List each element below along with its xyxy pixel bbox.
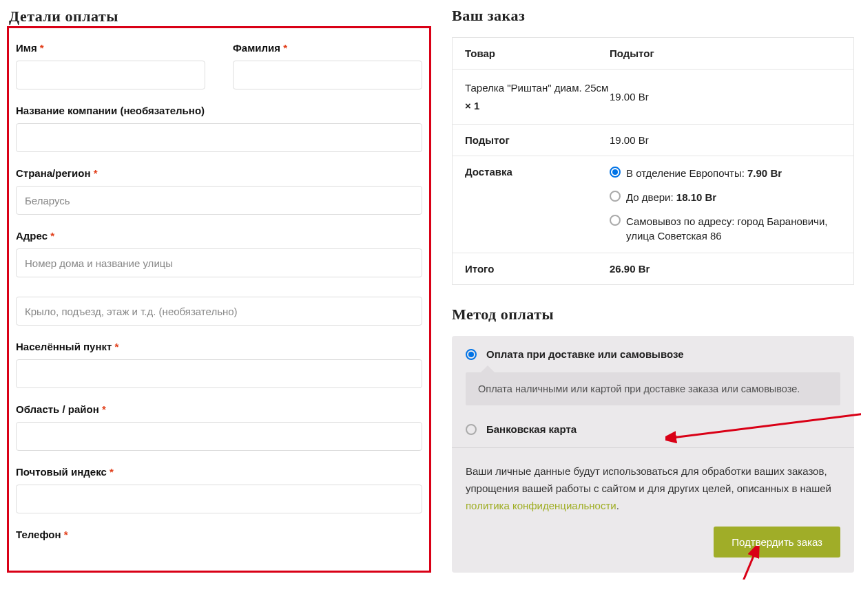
address-field-wrap: Адрес * (16, 230, 422, 326)
radio-icon (610, 167, 621, 178)
company-label: Название компании (необязательно) (16, 105, 422, 116)
first-name-label: Имя * (16, 42, 205, 54)
state-label: Область / район * (16, 403, 422, 415)
place-order-button[interactable]: Подтвердить заказ (714, 527, 840, 557)
state-field-wrap: Область / район * (16, 403, 422, 451)
country-label: Страна/регион * (16, 167, 422, 179)
payment-option-card[interactable]: Банковская карта (452, 416, 854, 447)
order-table: Товар Подытог Тарелка "Риштан" диам. 25с… (452, 37, 854, 285)
address-line1-input[interactable] (16, 248, 422, 277)
address-label: Адрес * (16, 230, 422, 242)
last-name-input[interactable] (233, 61, 422, 89)
company-input[interactable] (16, 123, 422, 152)
country-field-wrap: Страна/регион * Беларусь (16, 167, 422, 215)
radio-icon (610, 215, 621, 226)
payment-option-cod[interactable]: Оплата при доставке или самовывозе (452, 336, 854, 372)
order-line-item: Тарелка "Риштан" диам. 25см × 1 19.00 Br (453, 70, 853, 125)
radio-icon (610, 191, 621, 202)
order-table-header: Товар Подытог (453, 38, 853, 70)
total-label: Итого (465, 263, 610, 275)
payment-option-label: Оплата при доставке или самовывозе (486, 348, 684, 360)
shipping-option-door[interactable]: До двери: 18.10 Br (610, 190, 841, 204)
phone-field-wrap: Телефон * (16, 529, 422, 547)
billing-title: Детали оплаты (9, 8, 118, 25)
city-field-wrap: Населённый пункт * (16, 341, 422, 388)
billing-details-panel: Детали оплаты Имя * Фамилия * Название к… (7, 26, 431, 573)
shipping-option-europochta[interactable]: В отделение Европочты: 7.90 Br (610, 166, 841, 180)
company-field-wrap: Название компании (необязательно) (16, 105, 422, 152)
shipping-label: Доставка (465, 166, 610, 243)
col-subtotal: Подытог (610, 47, 841, 59)
last-name-field-wrap: Фамилия * (233, 42, 422, 89)
city-input[interactable] (16, 359, 422, 388)
privacy-policy-link[interactable]: политика конфиденциальности (466, 500, 616, 511)
state-input[interactable] (16, 422, 422, 451)
postcode-field-wrap: Почтовый индекс * (16, 466, 422, 513)
col-product: Товар (465, 47, 610, 59)
payment-option-desc: Оплата наличными или картой при доставке… (466, 372, 840, 405)
subtotal-label: Подытог (465, 134, 610, 146)
radio-icon (466, 349, 477, 360)
item-name: Тарелка "Риштан" диам. 25см (465, 82, 608, 94)
city-label: Населённый пункт * (16, 341, 422, 352)
item-qty: × 1 (465, 100, 479, 111)
order-total-row: Итого 26.90 Br (453, 253, 853, 285)
shipping-options: В отделение Европочты: 7.90 Br До двери:… (610, 166, 841, 243)
phone-label: Телефон * (16, 529, 422, 540)
shipping-option-pickup[interactable]: Самовывоз по адресу: город Барановичи, у… (610, 214, 841, 243)
radio-icon (466, 424, 477, 435)
order-title: Ваш заказ (452, 7, 854, 25)
total-value: 26.90 Br (610, 263, 841, 275)
address-line2-input[interactable] (16, 297, 422, 326)
payment-box: Оплата при доставке или самовывозе Оплат… (452, 336, 854, 573)
payment-title: Метод оплаты (452, 306, 854, 323)
last-name-label: Фамилия * (233, 42, 422, 54)
payment-option-label: Банковская карта (486, 423, 577, 435)
postcode-input[interactable] (16, 485, 422, 513)
first-name-field-wrap: Имя * (16, 42, 205, 89)
subtotal-value: 19.00 Br (610, 134, 841, 146)
order-shipping-row: Доставка В отделение Европочты: 7.90 Br … (453, 156, 853, 253)
item-subtotal: 19.00 Br (610, 91, 841, 103)
postcode-label: Почтовый индекс * (16, 466, 422, 478)
privacy-notice: Ваши личные данные будут использоваться … (452, 448, 854, 527)
order-summary-panel: Ваш заказ Товар Подытог Тарелка "Риштан"… (445, 26, 854, 573)
order-subtotal-row: Подытог 19.00 Br (453, 125, 853, 156)
country-select[interactable]: Беларусь (16, 186, 422, 215)
first-name-input[interactable] (16, 61, 205, 89)
